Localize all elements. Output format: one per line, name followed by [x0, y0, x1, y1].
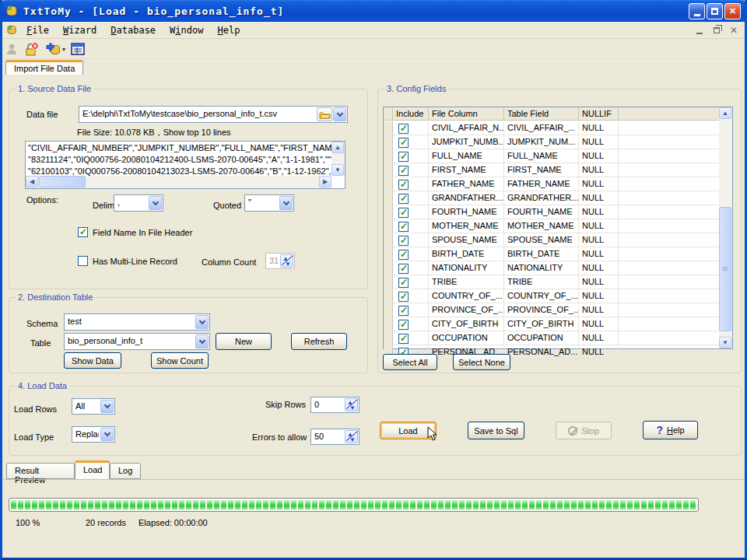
- table-row[interactable]: MOTHER_NAME MOTHER_NAME NULL: [384, 219, 719, 233]
- table-combobox[interactable]: bio_personal_info_t: [64, 333, 210, 350]
- table-row[interactable]: OCCUPATION OCCUPATION NULL: [384, 331, 719, 345]
- group-destination-table: 2. Destination Table Schema test Table b…: [9, 297, 368, 373]
- help-button[interactable]: ? Help: [643, 421, 698, 439]
- load-rows-dropdown-icon[interactable]: [100, 400, 114, 413]
- table-label: Table: [30, 338, 51, 348]
- include-checkbox[interactable]: [398, 138, 409, 148]
- skip-rows-spinner[interactable]: 0 ▲▼: [310, 397, 359, 413]
- menu-item[interactable]: Window: [163, 23, 210, 37]
- table-row[interactable]: FOURTH_NAME FOURTH_NAME NULL: [384, 205, 719, 219]
- table-row[interactable]: COUNTRY_OF_... COUNTRY_OF_... NULL: [384, 289, 719, 303]
- dropdown-arrow-icon[interactable]: ▾: [62, 46, 65, 53]
- multiline-checkbox[interactable]: [78, 256, 88, 266]
- mdi-close-icon[interactable]: ✕: [728, 24, 740, 36]
- select-none-button[interactable]: Select None: [453, 354, 510, 370]
- table-row[interactable]: FIRST_NAME FIRST_NAME NULL: [384, 163, 719, 177]
- disconnect-lock-icon[interactable]: [24, 42, 40, 56]
- mdi-minimize-icon[interactable]: [693, 24, 706, 36]
- load-type-value: Replace: [75, 429, 99, 439]
- table-row[interactable]: GRANDFATHER... GRANDFATHER... NULL: [384, 191, 719, 205]
- table-dropdown-icon[interactable]: [195, 334, 209, 348]
- refresh-button[interactable]: Refresh: [291, 333, 347, 350]
- load-rows-combobox[interactable]: All: [72, 398, 115, 415]
- data-file-combobox[interactable]: E:\delphi\TxtToMy\testcase\bio_personal_…: [79, 106, 348, 123]
- save-to-sql-button[interactable]: Save to Sql: [468, 422, 524, 439]
- table-row[interactable]: SPOUSE_NAME SPOUSE_NAME NULL: [384, 233, 719, 247]
- include-checkbox[interactable]: [398, 236, 409, 246]
- include-checkbox[interactable]: [398, 334, 409, 344]
- include-checkbox[interactable]: [398, 264, 409, 274]
- load-type-combobox[interactable]: Replace: [72, 426, 115, 443]
- mdi-restore-icon[interactable]: [710, 24, 723, 36]
- delimiter-combobox[interactable]: ,: [114, 194, 163, 212]
- title-bar[interactable]: TxtToMy - [Load - bio_personal_info_t] ✕: [0, 0, 747, 22]
- grid-vscrollbar[interactable]: ▲ ▼: [719, 107, 732, 348]
- delimiter-dropdown-icon[interactable]: [149, 196, 162, 210]
- include-checkbox[interactable]: [398, 278, 409, 288]
- scroll-left-icon[interactable]: ◀: [26, 176, 38, 187]
- schema-combobox[interactable]: test: [64, 313, 210, 331]
- include-checkbox[interactable]: [398, 124, 409, 134]
- scroll-right-icon[interactable]: ▶: [319, 176, 331, 187]
- include-checkbox[interactable]: [398, 166, 409, 176]
- tab-result-preview[interactable]: Result Preview: [6, 463, 75, 479]
- table-row[interactable]: BIRTH_DATE BIRTH_DATE NULL: [384, 247, 719, 261]
- tab-log[interactable]: Log: [110, 463, 141, 479]
- scroll-up-icon[interactable]: ▲: [719, 107, 731, 119]
- schema-dropdown-icon[interactable]: [195, 315, 209, 329]
- skip-rows-spin-icons[interactable]: ▲▼: [345, 398, 358, 411]
- tab-import-file-data[interactable]: Import File Data: [5, 60, 83, 75]
- scroll-up-icon[interactable]: ▲: [331, 142, 344, 153]
- show-count-button[interactable]: Show Count: [151, 352, 209, 369]
- table-row[interactable]: PROVINCE_OF_... PROVINCE_OF_... NULL: [384, 303, 719, 317]
- config-fields-grid[interactable]: Include File Column Table Field NULLIF C…: [383, 107, 733, 349]
- tab-load[interactable]: Load: [75, 460, 110, 479]
- include-checkbox[interactable]: [398, 222, 409, 232]
- skip-rows-label: Skip Rows: [265, 400, 306, 409]
- table-row[interactable]: TRIBE TRIBE NULL: [384, 275, 719, 289]
- table-row[interactable]: NATIONALITY NATIONALITY NULL: [384, 261, 719, 275]
- errors-spin-icons[interactable]: ▲▼: [345, 430, 358, 443]
- table-row[interactable]: FULL_NAME FULL_NAME NULL: [384, 149, 719, 163]
- include-checkbox[interactable]: [398, 180, 409, 190]
- table-row[interactable]: CIVIL_AFFAIR_N... CIVIL_AFFAIR_... NULL: [384, 121, 719, 135]
- menu-item[interactable]: Help: [210, 23, 247, 37]
- field-name-checkbox[interactable]: [78, 227, 88, 237]
- vscroll-thumb[interactable]: [719, 207, 731, 331]
- menu-item[interactable]: Wizard: [56, 23, 103, 37]
- table-row[interactable]: JUMPKIT_NUMB... JUMPKIT_NUM... NULL: [384, 135, 719, 149]
- close-button[interactable]: ✕: [724, 3, 741, 19]
- load-type-dropdown-icon[interactable]: [100, 428, 114, 441]
- connect-user-icon[interactable]: [5, 43, 19, 56]
- file-preview-memo[interactable]: "CIVIL_AFFAIR_NUMBER","JUMPKIT_NUMBER","…: [25, 141, 345, 189]
- table-row[interactable]: FATHER_NAME FATHER_NAME NULL: [384, 177, 719, 191]
- preview-vscrollbar[interactable]: ▲ ▼: [331, 142, 345, 176]
- scroll-down-icon[interactable]: ▼: [719, 337, 731, 348]
- browse-folder-icon[interactable]: [317, 107, 332, 121]
- new-button[interactable]: New: [216, 333, 272, 350]
- data-file-dropdown-icon[interactable]: [333, 107, 346, 121]
- menu-item[interactable]: Database: [103, 23, 163, 37]
- minimize-button[interactable]: [689, 3, 705, 19]
- select-all-button[interactable]: Select All: [383, 354, 437, 370]
- show-data-button[interactable]: Show Data: [64, 352, 121, 369]
- maximize-button[interactable]: [707, 3, 723, 19]
- query-window-icon[interactable]: [71, 43, 86, 56]
- include-checkbox[interactable]: [398, 208, 409, 218]
- table-row[interactable]: CITY_OF_BIRTH CITY_OF_BIRTH NULL: [384, 317, 719, 331]
- import-wizard-icon[interactable]: ▾: [45, 42, 65, 56]
- include-checkbox[interactable]: [398, 292, 409, 302]
- include-checkbox[interactable]: [398, 194, 409, 204]
- errors-to-allow-spinner[interactable]: 50 ▲▼: [310, 429, 359, 445]
- include-checkbox[interactable]: [398, 250, 409, 260]
- include-checkbox[interactable]: [398, 306, 409, 316]
- menu-item[interactable]: File: [19, 23, 56, 37]
- quoted-by-combobox[interactable]: ": [244, 194, 294, 212]
- include-checkbox[interactable]: [398, 320, 409, 330]
- hscroll-thumb[interactable]: [39, 176, 86, 187]
- load-type-label: Load Type: [14, 432, 54, 442]
- include-checkbox[interactable]: [398, 152, 409, 162]
- preview-hscrollbar[interactable]: ◀ ▶: [26, 176, 331, 188]
- scroll-down-icon[interactable]: ▼: [331, 164, 344, 176]
- quoted-by-dropdown-icon[interactable]: [279, 196, 293, 210]
